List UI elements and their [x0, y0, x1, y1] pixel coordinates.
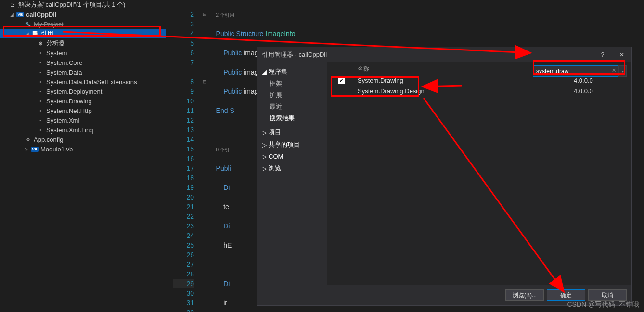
vb-file-icon: VB — [31, 145, 39, 153]
reference-item[interactable]: System.Data — [0, 67, 166, 77]
nav-search-results[interactable]: 搜索结果 — [262, 112, 322, 124]
app-config-node[interactable]: ⚙ App.config — [0, 135, 166, 144]
nav-browse[interactable]: ▷浏览 — [262, 162, 322, 175]
reference-icon — [37, 97, 44, 105]
chevron-down-icon: ◢ — [10, 12, 14, 17]
help-button[interactable]: ? — [593, 48, 612, 62]
reference-item[interactable]: System.Xml — [0, 115, 166, 125]
solution-explorer: 🗂 解决方案"callCppDll"(1 个项目/共 1 个) ◢ VB cal… — [0, 0, 166, 312]
reference-item[interactable]: System.Xml.Linq — [0, 125, 166, 135]
solution-node[interactable]: 🗂 解决方案"callCppDll"(1 个项目/共 1 个) — [0, 0, 166, 10]
reference-manager-dialog: 引用管理器 - callCppDll ? ✕ ◢程序集 框架 扩展 最近 搜索结… — [257, 47, 632, 306]
chevron-right-icon: ▷ — [24, 147, 29, 152]
clear-search-icon[interactable]: ✕ — [612, 67, 616, 74]
checkbox-icon[interactable]: ✓ — [338, 77, 345, 84]
search-input[interactable] — [533, 65, 618, 77]
analyzer-icon: ⚙ — [37, 39, 44, 47]
dialog-title: 引用管理器 - callCppDll — [262, 50, 327, 59]
my-project-node[interactable]: 🔧 My Project — [0, 19, 166, 29]
chevron-right-icon: ▷ — [262, 129, 267, 136]
references-icon — [31, 30, 39, 37]
close-button[interactable]: ✕ — [612, 48, 631, 62]
nav-projects[interactable]: ▷项目 — [262, 126, 322, 138]
watermark: CSDN @写代码_不错哦 — [567, 300, 639, 309]
nav-framework[interactable]: 框架 — [262, 78, 322, 89]
config-icon: ⚙ — [24, 136, 32, 143]
wrench-icon: 🔧 — [24, 20, 32, 28]
reference-icon — [37, 78, 44, 86]
reference-item[interactable]: System.Drawing — [0, 96, 166, 106]
reference-item[interactable]: System.Data.DataSetExtensions — [0, 77, 166, 87]
chevron-right-icon: ▷ — [262, 153, 267, 160]
cancel-button[interactable]: 取消 — [588, 289, 627, 301]
vb-project-icon: VB — [16, 11, 24, 18]
references-node[interactable]: ◢ 引用 — [0, 29, 166, 38]
reference-icon — [37, 126, 44, 134]
reference-icon — [37, 107, 44, 114]
reference-icon — [37, 68, 44, 76]
browse-button[interactable]: 浏览(B)... — [505, 289, 544, 301]
nav-shared-projects[interactable]: ▷共享的项目 — [262, 138, 322, 151]
chevron-right-icon: ▷ — [262, 165, 267, 172]
dialog-titlebar[interactable]: 引用管理器 - callCppDll ? ✕ — [257, 47, 631, 62]
reference-item[interactable]: System.Core — [0, 58, 166, 67]
reference-list: ✕ ▾ 名称 版本 ✓System.Drawing4.0.0.0System.D… — [327, 62, 631, 285]
reference-icon — [37, 87, 44, 95]
reference-icon — [37, 59, 44, 66]
nav-com[interactable]: ▷COM — [262, 151, 322, 162]
fold-column: ⊟⊟ — [200, 0, 208, 312]
chevron-right-icon: ▷ — [262, 141, 267, 149]
nav-extensions[interactable]: 扩展 — [262, 89, 322, 101]
project-name: callCppDll — [26, 11, 57, 18]
chevron-down-icon: ◢ — [25, 31, 29, 37]
reference-icon — [37, 116, 44, 124]
dialog-nav: ◢程序集 框架 扩展 最近 搜索结果 ▷项目 ▷共享的项目 ▷COM ▷浏览 — [257, 62, 327, 285]
search-dropdown-icon[interactable]: ▾ — [618, 65, 627, 77]
project-node[interactable]: ◢ VB callCppDll — [0, 10, 166, 19]
reference-item[interactable]: System.Net.Http — [0, 106, 166, 115]
solution-title: 解决方案"callCppDll"(1 个项目/共 1 个) — [18, 0, 125, 9]
line-number-gutter: 2345678910111213141516171819202122232425… — [173, 0, 200, 312]
reference-item[interactable]: System — [0, 48, 166, 58]
chevron-down-icon: ◢ — [262, 68, 267, 75]
nav-recent[interactable]: 最近 — [262, 101, 322, 112]
list-item[interactable]: System.Drawing.Design4.0.0.0 — [327, 86, 631, 96]
reference-item[interactable]: System.Deployment — [0, 87, 166, 96]
solution-icon: 🗂 — [9, 1, 16, 9]
nav-assemblies[interactable]: ◢程序集 — [262, 65, 322, 78]
reference-icon — [37, 49, 44, 57]
module-file-node[interactable]: ▷ VB Module1.vb — [0, 144, 166, 154]
ok-button[interactable]: 确定 — [547, 289, 585, 301]
analyzers-node[interactable]: ⚙ 分析器 — [0, 38, 166, 48]
